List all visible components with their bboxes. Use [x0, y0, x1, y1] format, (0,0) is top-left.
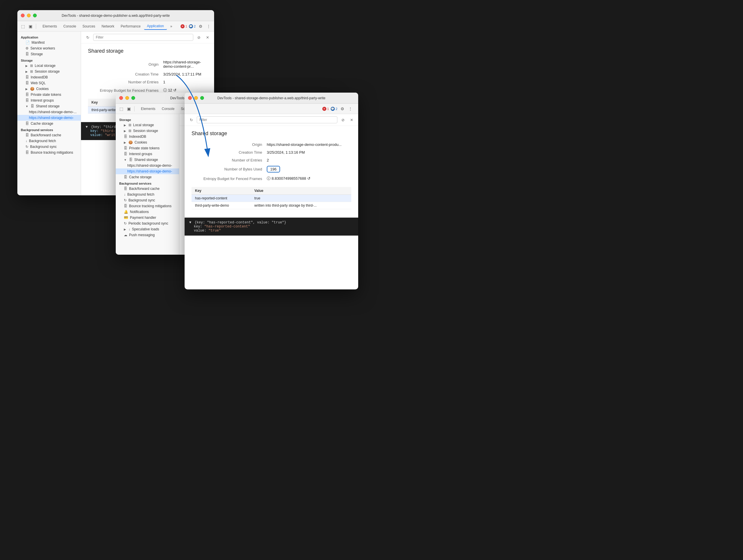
sidebar-payment-2[interactable]: 💳 Payment handler: [116, 215, 179, 220]
minimize-button-2[interactable]: [125, 96, 129, 100]
sidebar-notifications-2[interactable]: 🔔 Notifications: [116, 209, 179, 215]
sidebar-storage[interactable]: 🗄 Storage: [17, 51, 81, 57]
sidebar-back-forward-2[interactable]: 🗄 Back/forward cache: [116, 186, 179, 191]
sidebar-shared-storage[interactable]: ▼ 🗄 Shared storage: [17, 103, 81, 109]
close-button-1[interactable]: [21, 13, 25, 17]
maximize-button-2[interactable]: [131, 96, 135, 100]
origin-label-1: Origin: [88, 62, 163, 67]
sidebar-cache-label-2: Cache storage: [129, 175, 151, 179]
device-icon-2[interactable]: ▣: [126, 105, 132, 112]
sidebar-shared-2[interactable]: ▼ 🗄 Shared storage: [116, 157, 179, 163]
more-icon-3[interactable]: ⋮: [347, 105, 354, 112]
json-line1-3: ▼ {key: "has-reported-content", value: "…: [189, 220, 354, 225]
device-icon[interactable]: ▣: [27, 23, 34, 30]
sidebar-service-workers[interactable]: ⚙ Service workers: [17, 45, 81, 51]
close-filter-btn-1[interactable]: ✕: [204, 34, 211, 41]
tab-network[interactable]: Network: [99, 23, 117, 30]
sidebar-shared-sub2-2[interactable]: https://shared-storage-demo-: [116, 168, 179, 174]
reload-btn-3[interactable]: ↻: [188, 117, 194, 123]
storage-section-header: Storage: [17, 57, 81, 63]
filter-input-1[interactable]: [93, 34, 193, 41]
error-count-3: 1: [327, 107, 329, 111]
sidebar-private-2[interactable]: 🗄 Private state tokens: [116, 145, 179, 151]
clear-btn-1[interactable]: ⊘: [195, 34, 202, 41]
more-icon-1[interactable]: ⋮: [206, 23, 212, 30]
origin-value-1: https://shared-storage-demo-content-pr..…: [163, 60, 207, 69]
sidebar-interest-2[interactable]: 🗄 Interest groups: [116, 151, 179, 157]
tab-application[interactable]: Application: [144, 23, 167, 30]
entries-label-3: Number of Entries: [191, 158, 267, 162]
sidebar-bg-sync[interactable]: ↻ Background sync: [17, 144, 81, 149]
sidebar-interest-groups[interactable]: 🗄 Interest groups: [17, 97, 81, 103]
sidebar-session-storage[interactable]: ▶ ⊞ Session storage: [17, 69, 81, 74]
tab-console-2[interactable]: Console: [159, 105, 177, 112]
sidebar-indexeddb[interactable]: 🗄 IndexedDB: [17, 74, 81, 80]
sidebar-shared-sub2[interactable]: https://shared-storage-demo-: [17, 115, 81, 121]
origin-row-1: Origin https://shared-storage-demo-conte…: [88, 60, 207, 69]
origin-row-3: Origin https://shared-storage-demo-conte…: [191, 142, 351, 147]
tab-console[interactable]: Console: [60, 23, 79, 30]
tab-sources[interactable]: Sources: [80, 23, 98, 30]
sidebar-shared-sub1-2[interactable]: https://shared-storage-demo-: [116, 163, 179, 168]
settings-icon-1[interactable]: ⚙: [197, 23, 204, 30]
close-filter-btn-3[interactable]: ✕: [348, 117, 355, 123]
sidebar-cookies-label-2: Cookies: [135, 140, 147, 144]
sidebar-shared-sub1[interactable]: https://shared-storage-demo-...: [17, 109, 81, 115]
sidebar-private-tokens[interactable]: 🗄 Private state tokens: [17, 92, 81, 97]
minimize-button-3[interactable]: [194, 96, 198, 100]
cursor-icon[interactable]: ⬚: [20, 23, 26, 30]
sidebar-bg-fetch[interactable]: ↓ Background fetch: [17, 138, 81, 144]
reload-btn-1[interactable]: ↻: [85, 34, 91, 41]
settings-icon-3[interactable]: ⚙: [339, 105, 345, 112]
sidebar-cache-storage[interactable]: 🗄 Cache storage: [17, 121, 81, 126]
sidebar-push-label-2: Push messaging: [129, 233, 155, 237]
back-forward-icon: 🗄: [26, 133, 29, 137]
cursor-icon-2[interactable]: ⬚: [118, 105, 124, 112]
sidebar-local-2[interactable]: ▶ ⊞ Local storage: [116, 122, 179, 128]
tab-elements[interactable]: Elements: [40, 23, 60, 30]
sidebar-bounce-tracking[interactable]: 🗄 Bounce tracking mitigations: [17, 149, 81, 156]
app-section-header: Application: [17, 34, 81, 40]
tab-elements-2[interactable]: Elements: [138, 105, 158, 112]
sidebar-cookies[interactable]: ▶ 🍪 Cookies: [17, 86, 81, 92]
close-button-3[interactable]: [188, 96, 192, 100]
sidebar-websql[interactable]: 🗄 Web SQL: [17, 80, 81, 86]
tab-performance[interactable]: Performance: [118, 23, 143, 30]
window-controls-1[interactable]: [21, 13, 37, 17]
window-controls-2[interactable]: [119, 96, 135, 100]
expand-arrow-shared-2: ▼: [124, 158, 127, 162]
minimize-button-1[interactable]: [27, 13, 31, 17]
sidebar-manifest[interactable]: 📄 Manifest: [17, 40, 81, 45]
close-button-2[interactable]: [119, 96, 123, 100]
tab-bar-1: Elements Console Sources Network Perform…: [40, 23, 175, 30]
sidebar-back-forward[interactable]: 🗄 Back/forward cache: [17, 132, 81, 138]
local-icon-2: ⊞: [128, 123, 131, 127]
maximize-button-1[interactable]: [33, 13, 37, 17]
sidebar-local-storage[interactable]: ▶ ⊞ Local storage: [17, 63, 81, 69]
table-row-3-2[interactable]: third-party-write-demo written into thir…: [191, 202, 351, 209]
window-controls-3[interactable]: [188, 96, 204, 100]
sidebar-session-2[interactable]: ▶ ⊞ Session storage: [116, 128, 179, 134]
table-row-3-1[interactable]: has-reported-content true: [191, 195, 351, 202]
sidebar-cookies-2[interactable]: ▶ 🍪 Cookies: [116, 139, 179, 145]
entries-row-3: Number of Entries 2: [191, 158, 351, 162]
sidebar-cache-2[interactable]: 🗄 Cache storage: [116, 174, 179, 180]
table-key-3-2: third-party-write-demo: [191, 202, 251, 209]
maximize-button-3[interactable]: [200, 96, 204, 100]
sidebar-bounce-2[interactable]: 🗄 Bounce tracking mitigations: [116, 203, 179, 209]
private-tokens-icon: 🗄: [26, 93, 29, 97]
clear-btn-3[interactable]: ⊘: [340, 117, 346, 123]
entropy-row-1: Entropy Budget for Fenced Frames ⓘ 12 ↺: [88, 88, 207, 93]
sidebar-indexeddb-2[interactable]: 🗄 IndexedDB: [116, 134, 179, 139]
sidebar-push-2[interactable]: ☁ Push messaging: [116, 232, 179, 238]
error-badge-3: ✕ 1: [322, 107, 329, 111]
json-arrow-1: ▼: [86, 125, 88, 129]
sidebar-bg-sync-2[interactable]: ↻ Background sync: [116, 198, 179, 203]
filter-input-3[interactable]: [197, 116, 337, 123]
sidebar-periodic-sync-2[interactable]: ↻ Periodic background sync: [116, 220, 179, 226]
sidebar-bg-fetch-2[interactable]: ↓ Background fetch: [116, 191, 179, 198]
sidebar-speculative-2[interactable]: ▶ ↓ Speculative loads: [116, 226, 179, 232]
storage-content-3: Shared storage Origin https://shared-sto…: [185, 126, 358, 214]
bytes-label-3: Number of Bytes Used: [191, 167, 267, 171]
tab-more[interactable]: »: [168, 23, 175, 30]
